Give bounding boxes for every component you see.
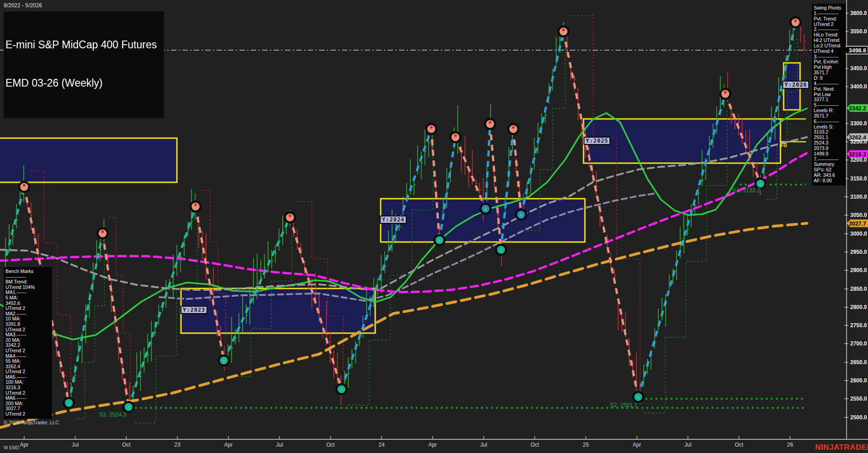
bench-panel-line: 3216.3 [5, 385, 50, 391]
time-tick-label: Jul [684, 442, 691, 448]
instrument-tab[interactable]: W EMD [4, 445, 19, 450]
time-tick-label: Oct [326, 442, 335, 448]
year-box-label: Y:2023 [181, 306, 207, 314]
price-marker-label-ma200: 3027.7 [849, 221, 866, 227]
time-tick-label: Oct [735, 442, 744, 448]
price-tick-label: 3300.0 [850, 120, 867, 127]
bench-panel-line: Bench Marks [5, 269, 50, 274]
support-level-label: S3: 2524.3 [99, 412, 126, 418]
time-tick-label: Jul [480, 442, 487, 448]
price-tick-label: 3150.0 [850, 175, 867, 182]
swing-panel-line: 3571.7 [814, 113, 844, 119]
price-tick-label: 3450.0 [850, 65, 867, 72]
swing-panel-line: 6.------------- [814, 119, 844, 124]
price-tick-label: 2500.0 [850, 414, 867, 421]
swing-panel-line: UTrend 4 [814, 49, 844, 54]
price-tick-label: 3250.0 [850, 139, 867, 145]
pivot-high-dot [289, 215, 291, 217]
pivot-high-dot [454, 134, 457, 137]
swing-panel-line: Lo:2 UTrend [814, 43, 844, 49]
trail-step-line [75, 249, 104, 419]
ninjatrader-logo: NINJATRADER [815, 443, 868, 452]
time-tick-label: Jul [276, 442, 283, 448]
price-tick-label: 2600.0 [850, 377, 867, 384]
swing-panel-line: Pvt. Trend: [814, 16, 844, 22]
price-tick-label: 2850.0 [850, 286, 867, 292]
time-tick-label: Apr [20, 442, 29, 448]
year-box-label: Y:2025 [584, 137, 610, 145]
bench-panel-line: 5 MA: [5, 295, 50, 301]
chart-title-line1: E-mini S&P MidCap 400 Futures [5, 38, 157, 51]
time-tick-label: Oct [122, 442, 131, 448]
price-tick-label: 2800.0 [850, 304, 867, 310]
price-marker-label-ma20: 3342.2 [849, 105, 866, 112]
chart-title-line2: EMD 03-26 (Weekly) [5, 77, 157, 89]
trail-step-line [296, 201, 343, 373]
price-tick-label: 2750.0 [850, 322, 867, 329]
price-tick-label: 3100.0 [850, 194, 867, 200]
price-tick-label: 2550.0 [850, 396, 867, 402]
swing-panel-line: 1.------------- [814, 11, 844, 16]
time-tick-label: 23 [174, 442, 180, 448]
support-level-label: S1: 3133.2 [733, 187, 760, 194]
price-tick-label: 3050.0 [850, 212, 867, 218]
pivot-high-dot [430, 126, 433, 129]
price-tick-label: 3550.0 [850, 28, 867, 35]
pivot-marker [191, 201, 201, 211]
zigzag-leg-cyan [486, 124, 490, 209]
zigzag-leg-salmon [103, 233, 129, 407]
pivot-marker [98, 228, 108, 238]
price-tick-label: 2650.0 [850, 359, 867, 365]
pivot-marker [285, 212, 295, 222]
price-tick-label: 3200.0 [850, 157, 867, 163]
time-tick-label: Jul [72, 442, 78, 448]
time-tick-label: Apr [224, 442, 233, 448]
swing-panel-line: Pvt. Next: [814, 87, 844, 92]
support-level-label: S2: 2551.1 [610, 402, 637, 408]
year-box-label: Y:2024 [380, 216, 407, 224]
year-box-label: Y:2026 [782, 81, 809, 89]
price-tick-label: 2700.0 [850, 340, 867, 347]
price-tick-label: 2950.0 [850, 249, 867, 255]
chart-title: E-mini S&P MidCap 400 Futures EMD 03-26 … [4, 11, 164, 118]
price-tick-label: 3600.0 [850, 10, 867, 16]
time-tick-label: Oct [531, 442, 539, 448]
zigzag-leg-teal [69, 233, 103, 403]
pivot-high-dot [512, 126, 515, 129]
bench-panel-line: 55 MA: [5, 359, 50, 364]
pivot-high-dot [23, 184, 26, 187]
price-tick-label: 2900.0 [850, 267, 867, 273]
chart-window: 3498.83342.23262.43216.33027.7 9/2022 - … [0, 0, 868, 453]
swing-panel-line: AF: 8.00 [814, 178, 844, 184]
time-tick-label: 25 [583, 442, 589, 448]
zigzag-leg-teal [6, 187, 24, 255]
bench-panel-line: 3391.8 [5, 322, 50, 327]
time-tick-label: Apr [429, 442, 437, 448]
price-marker-label-last-price: 3498.8 [849, 47, 866, 54]
pivot-high-dot [194, 204, 197, 206]
pivot-marker [19, 182, 29, 192]
pivot-marker [558, 26, 568, 36]
swing-panel-line: 4.------------- [814, 81, 844, 87]
zigzag-leg-cyan [341, 129, 431, 389]
pivot-high-dot [101, 231, 104, 233]
time-tick-label: 26 [787, 442, 793, 448]
price-tick-label: 3000.0 [850, 231, 867, 237]
swing-panel-line: 2073.9 [814, 146, 844, 151]
trail-step-line [348, 145, 433, 405]
f0-pivot-label: F0 [780, 142, 787, 149]
bench-panel-line: MA3.------ [5, 332, 50, 338]
date-range: 9/2022 - 5/2026 [4, 2, 42, 9]
zigzag-leg-salmon [455, 137, 486, 209]
pivot-marker [508, 124, 518, 134]
price-tick-label: 3400.0 [850, 83, 867, 90]
bench-marks-panel: Bench Marks-------------BM Trend:UTrend … [4, 267, 52, 419]
pivot-marker [426, 124, 436, 134]
trail-step-line [109, 217, 130, 391]
pivot-high-dot [562, 29, 565, 31]
pivot-marker [450, 132, 460, 142]
bench-panel-line: UTrend 2 [5, 348, 50, 354]
copyright-text: © 2026 NinjaTrader, LLC [4, 420, 59, 425]
bench-panel-line: UTrend 2 [5, 412, 50, 417]
pivot-marker [485, 119, 495, 129]
